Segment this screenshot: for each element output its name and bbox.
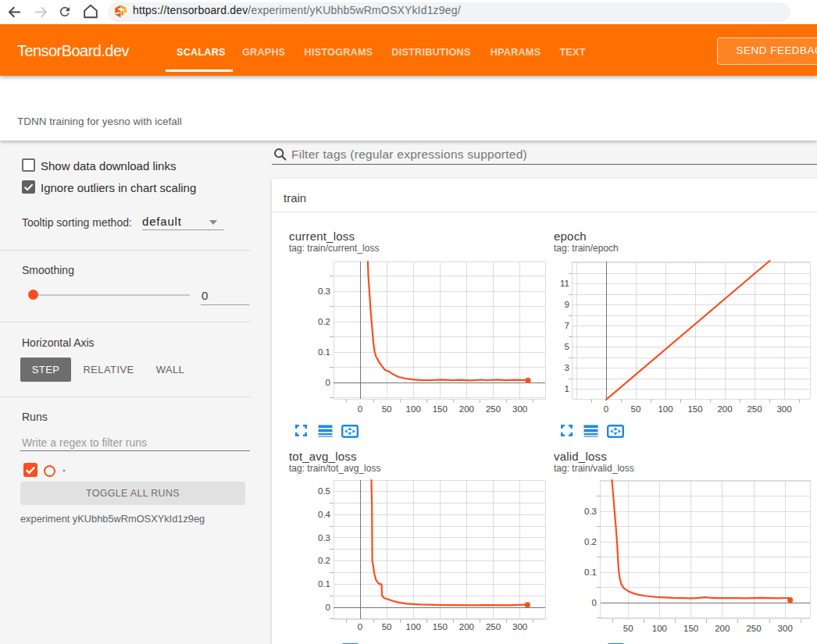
svg-text:250: 250 (486, 622, 501, 632)
svg-text:0.5: 0.5 (318, 486, 330, 496)
svg-text:0: 0 (592, 598, 597, 607)
svg-text:0.3: 0.3 (318, 286, 330, 296)
svg-text:250: 250 (486, 404, 501, 414)
svg-text:50: 50 (382, 404, 392, 414)
svg-text:1: 1 (565, 384, 569, 393)
svg-text:100: 100 (652, 624, 667, 633)
svg-text:0: 0 (326, 378, 330, 387)
svg-text:9: 9 (565, 300, 569, 309)
svg-text:0: 0 (358, 622, 362, 632)
svg-text:0: 0 (604, 404, 608, 414)
svg-text:150: 150 (687, 404, 702, 414)
svg-text:3: 3 (565, 363, 569, 372)
svg-text:200: 200 (717, 404, 732, 414)
svg-text:200: 200 (459, 622, 474, 632)
svg-text:0: 0 (326, 603, 330, 612)
svg-text:300: 300 (776, 404, 791, 414)
svg-text:11: 11 (560, 279, 569, 288)
svg-text:50: 50 (631, 404, 641, 414)
svg-text:250: 250 (747, 404, 762, 414)
svg-text:100: 100 (658, 404, 673, 414)
svg-text:0.1: 0.1 (584, 568, 597, 577)
svg-text:50: 50 (382, 622, 392, 632)
svg-text:250: 250 (746, 624, 761, 633)
svg-text:5: 5 (565, 342, 569, 351)
svg-text:50: 50 (623, 624, 633, 633)
svg-text:100: 100 (406, 622, 421, 632)
svg-text:0.2: 0.2 (318, 317, 330, 326)
svg-text:100: 100 (406, 404, 421, 414)
svg-text:300: 300 (512, 404, 527, 414)
svg-text:150: 150 (433, 404, 448, 414)
svg-text:0.2: 0.2 (318, 556, 330, 565)
svg-text:0.1: 0.1 (318, 347, 330, 357)
svg-text:150: 150 (683, 624, 698, 633)
svg-text:7: 7 (565, 321, 569, 330)
svg-text:0.3: 0.3 (584, 507, 597, 516)
svg-text:150: 150 (433, 622, 448, 632)
svg-text:0.4: 0.4 (318, 510, 331, 519)
svg-text:0.3: 0.3 (318, 533, 330, 543)
svg-text:200: 200 (715, 624, 730, 633)
svg-text:0.1: 0.1 (318, 579, 330, 589)
svg-text:0: 0 (358, 404, 362, 414)
svg-text:0.2: 0.2 (584, 537, 597, 546)
svg-text:200: 200 (459, 404, 474, 414)
svg-text:300: 300 (512, 622, 527, 632)
svg-text:300: 300 (778, 624, 793, 633)
